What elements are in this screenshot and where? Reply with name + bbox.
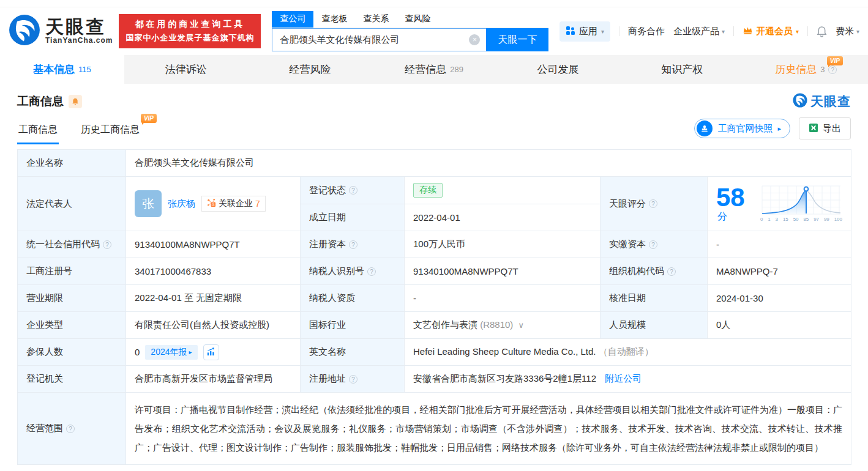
industry-value[interactable]: 文艺创作与表演 (R8810) ∨ bbox=[405, 312, 600, 339]
tab-company-development[interactable]: 公司发展 bbox=[496, 55, 620, 84]
tianyancha-logo[interactable]: 天眼查 TianYanCha.com bbox=[9, 14, 113, 48]
watermark-logo-icon bbox=[793, 93, 807, 110]
user-account-menu[interactable]: 费米 ▾ bbox=[836, 26, 859, 37]
chevron-down-icon: ▾ bbox=[722, 28, 725, 35]
help-icon[interactable]: ? bbox=[349, 186, 357, 195]
search-tab-boss[interactable]: 查老板 bbox=[313, 11, 355, 28]
table-row: 营业期限 2022-04-01 至 无固定期限 纳税人资质 - 核准日期 202… bbox=[18, 285, 851, 312]
score-value: 58 bbox=[716, 183, 745, 212]
subtab-row: 工商信息 历史工商信息 VIP 工商官网快照 ▸ 导出 bbox=[0, 113, 868, 144]
table-row: 参保人数 0 2024年报 ▸ 英文名称 Hefei Leading Sheep… bbox=[18, 339, 851, 366]
taxpayer-quality-value: - bbox=[405, 285, 600, 312]
tab-label: 经营风险 bbox=[289, 62, 331, 76]
search-tab-company[interactable]: 查公司 bbox=[272, 11, 313, 28]
username: 费米 bbox=[836, 26, 854, 37]
help-icon[interactable]: ? bbox=[667, 267, 676, 276]
reg-status-value: 存续 bbox=[405, 177, 600, 204]
help-icon[interactable]: ? bbox=[649, 199, 657, 208]
excel-icon bbox=[809, 123, 818, 135]
open-vip-menu[interactable]: 开通会员 ▾ bbox=[743, 26, 799, 37]
business-cooperation-link[interactable]: 商务合作 bbox=[628, 26, 665, 37]
org-code-value: MA8NWPPQ-7 bbox=[708, 258, 851, 285]
apps-grid-icon bbox=[566, 26, 575, 37]
stamp-icon bbox=[697, 121, 713, 136]
chevron-down-icon: ▾ bbox=[796, 28, 799, 35]
industry-label: 国标行业 bbox=[301, 312, 405, 339]
help-icon[interactable]: ? bbox=[103, 240, 111, 249]
org-code-label: 组织机构代码? bbox=[600, 258, 708, 285]
snapshot-label: 工商官网快照 bbox=[717, 123, 773, 135]
tab-count: 115 bbox=[78, 65, 91, 74]
tab-label: 法律诉讼 bbox=[165, 62, 207, 76]
help-icon[interactable]: ? bbox=[349, 375, 357, 384]
table-row: 经营范围? 许可项目：广播电视节目制作经营；演出经纪（依法须经批准的项目，经相关… bbox=[18, 393, 851, 465]
paid-capital-label: 实缴资本? bbox=[600, 231, 708, 258]
tab-count: 289 bbox=[450, 65, 463, 74]
watermark-text: 天眼查 bbox=[810, 93, 851, 110]
english-name-value: Hefei Leading Sheep Culture Media Co., L… bbox=[405, 339, 851, 366]
insured-trend-chart-button[interactable] bbox=[203, 344, 219, 360]
tab-label: 经营信息 bbox=[405, 62, 446, 76]
subtab-history-registration[interactable]: 历史工商信息 VIP bbox=[80, 115, 141, 144]
tab-operating-risk[interactable]: 经营风险 bbox=[248, 55, 372, 84]
address-label: 注册地址? bbox=[301, 366, 405, 393]
tab-history-info[interactable]: 历史信息 3 ? VIP bbox=[744, 55, 868, 84]
industry-name: 文艺创作与表演 bbox=[413, 319, 477, 330]
tab-legal-proceedings[interactable]: 法律诉讼 bbox=[124, 55, 249, 84]
establish-date-value: 2022-04-01 bbox=[405, 204, 600, 231]
vip-badge: VIP bbox=[141, 114, 157, 123]
tab-basic-info[interactable]: 基本信息 115 bbox=[0, 55, 124, 84]
credit-code-value: 91340100MA8NWPPQ7T bbox=[126, 231, 301, 258]
tianyancha-logo-icon bbox=[9, 14, 40, 48]
status-badge: 存续 bbox=[413, 183, 443, 198]
score-unit: 分 bbox=[717, 211, 727, 221]
staff-size-value: 0人 bbox=[708, 312, 851, 339]
company-type-label: 企业类型 bbox=[18, 312, 126, 339]
staff-size-label: 人员规模 bbox=[600, 312, 708, 339]
svg-text:企: 企 bbox=[211, 202, 215, 206]
help-icon[interactable]: ? bbox=[649, 240, 657, 249]
industry-code: (R8810) bbox=[480, 319, 513, 330]
search-input[interactable] bbox=[272, 28, 486, 51]
tab-business-info[interactable]: 经营信息 289 bbox=[372, 55, 496, 84]
tab-label: 知识产权 bbox=[661, 62, 703, 76]
annual-report-badge[interactable]: 2024年报 ▸ bbox=[145, 345, 197, 360]
monitor-bell-icon[interactable] bbox=[69, 95, 82, 108]
enterprise-products-menu[interactable]: 企业级产品 ▾ bbox=[673, 26, 725, 37]
related-companies-icon: 企 bbox=[207, 198, 216, 209]
site-header: 天眼查 TianYanCha.com 都在用的商业查询工具 国家中小企业发展子基… bbox=[0, 7, 868, 55]
help-icon[interactable]: ? bbox=[349, 240, 357, 249]
section-title: 工商信息 bbox=[17, 94, 64, 109]
help-icon[interactable]: ? bbox=[66, 425, 75, 433]
registry-value: 合肥市高新开发区市场监督管理局 bbox=[126, 366, 301, 393]
legal-rep-link[interactable]: 张庆杨 bbox=[168, 198, 195, 210]
chevron-down-icon[interactable]: ∨ bbox=[518, 321, 525, 330]
address-cell: 安徽省合肥市高新区习友路3336号2幢1层112 附近公司 bbox=[405, 366, 851, 393]
table-row: 登记机关 合肥市高新开发区市场监督管理局 注册地址? 安徽省合肥市高新区习友路3… bbox=[18, 366, 851, 393]
related-companies-badge[interactable]: 企 关联企业 7 bbox=[201, 196, 266, 212]
search-tab-relation[interactable]: 查关系 bbox=[355, 11, 397, 28]
avatar[interactable]: 张 bbox=[135, 190, 162, 217]
registry-label: 登记机关 bbox=[18, 366, 126, 393]
top-divider bbox=[0, 0, 868, 7]
search-button[interactable]: 天眼一下 bbox=[486, 28, 548, 51]
insured-label: 参保人数 bbox=[18, 339, 126, 366]
promo-banner: 都在用的商业查询工具 国家中小企业发展子基金旗下机构 bbox=[119, 14, 261, 48]
reg-capital-label: 注册资本? bbox=[301, 231, 405, 258]
notifications-bell-icon[interactable] bbox=[817, 26, 827, 37]
search-tab-risk[interactable]: 查风险 bbox=[397, 11, 438, 28]
official-snapshot-button[interactable]: 工商官网快照 ▸ bbox=[694, 119, 790, 138]
nearby-companies-link[interactable]: 附近公司 bbox=[605, 373, 642, 384]
brand-name: 天眼查 bbox=[45, 18, 113, 36]
apps-menu[interactable]: 应用 ▾ bbox=[559, 21, 610, 42]
export-button[interactable]: 导出 bbox=[799, 117, 851, 139]
annual-report-label: 2024年报 bbox=[151, 347, 187, 358]
company-name-label: 企业名称 bbox=[18, 150, 126, 177]
help-icon[interactable]: ? bbox=[367, 267, 376, 276]
subtab-business-registration[interactable]: 工商信息 bbox=[17, 115, 59, 144]
company-nav-tabs: 基本信息 115 法律诉讼 经营风险 经营信息 289 公司发展 知识产权 历史… bbox=[0, 55, 868, 84]
search-tabs: 查公司 查老板 查关系 查风险 bbox=[272, 11, 548, 28]
tab-intellectual-property[interactable]: 知识产权 bbox=[620, 55, 744, 84]
score-cell[interactable]: 58分 01315508 bbox=[708, 177, 851, 231]
insured-cell: 0 2024年报 ▸ bbox=[126, 339, 301, 366]
